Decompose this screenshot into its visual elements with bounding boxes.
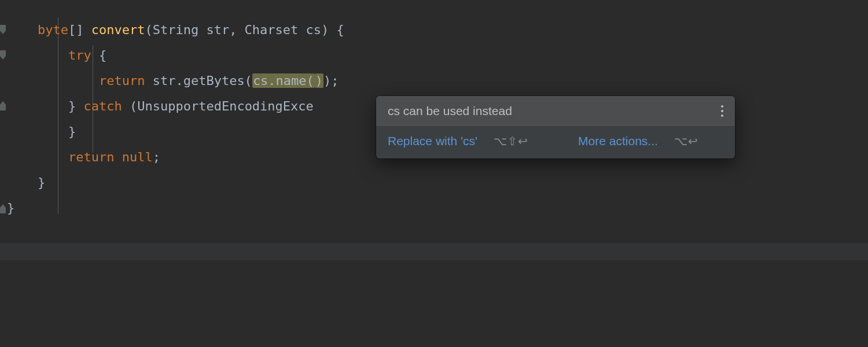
code-editor[interactable]: byte[] convert(String str, Charset cs) {…	[0, 0, 868, 347]
editor-gutter-band	[0, 243, 868, 260]
punct: {	[91, 48, 107, 62]
code-line[interactable]: byte[] convert(String str, Charset cs) {	[7, 17, 868, 43]
highlighted-code: )	[315, 73, 323, 88]
intention-popup-header: cs can be used instead	[376, 96, 735, 126]
code-line[interactable]: }	[7, 195, 868, 221]
gutter-method-end-marker-icon[interactable]	[0, 201, 6, 215]
punct: }	[68, 124, 76, 139]
keyword: catch	[83, 99, 122, 113]
code-text: (String str, Charset cs) {	[145, 23, 344, 37]
code-line[interactable]: }	[7, 170, 868, 195]
punct: }	[38, 175, 45, 190]
indent	[7, 99, 68, 113]
more-options-icon[interactable]	[716, 105, 728, 117]
function-name: convert	[91, 23, 145, 37]
indent	[7, 150, 68, 164]
punct: );	[323, 73, 339, 88]
intention-popup: cs can be used instead Replace with 'cs'…	[376, 96, 735, 158]
code-text: str.getBytes(	[145, 73, 252, 88]
punct: []	[68, 23, 91, 37]
code-line[interactable]: return str.getBytes(cs.name());	[7, 68, 868, 94]
more-actions-shortcut: ⌥↩	[674, 134, 698, 148]
keyword: return null	[68, 150, 153, 164]
highlighted-code: cs.name(	[252, 73, 315, 88]
more-actions[interactable]: More actions...	[578, 134, 658, 148]
keyword: try	[68, 48, 91, 62]
gutter-block-marker-icon[interactable]	[0, 47, 6, 61]
code-line[interactable]: try {	[7, 43, 868, 68]
keyword: byte	[38, 23, 68, 37]
intention-actions: Replace with 'cs' ⌥⇧↩ More actions... ⌥↩	[376, 126, 735, 158]
indent	[7, 23, 38, 37]
indent	[7, 48, 68, 62]
gutter-method-marker-icon[interactable]	[0, 22, 6, 36]
intention-title: cs can be used instead	[388, 104, 512, 118]
gutter-block-end-marker-icon[interactable]	[0, 98, 6, 112]
keyword: return	[99, 73, 145, 88]
replace-action[interactable]: Replace with 'cs'	[388, 134, 477, 148]
indent	[7, 73, 99, 88]
indent	[7, 175, 38, 190]
punct: }	[7, 201, 14, 215]
code-text: (UnsupportedEncodingExce	[122, 99, 314, 113]
replace-shortcut: ⌥⇧↩	[494, 134, 528, 148]
punct: }	[68, 99, 84, 113]
indent	[7, 124, 68, 139]
punct: ;	[153, 150, 160, 164]
